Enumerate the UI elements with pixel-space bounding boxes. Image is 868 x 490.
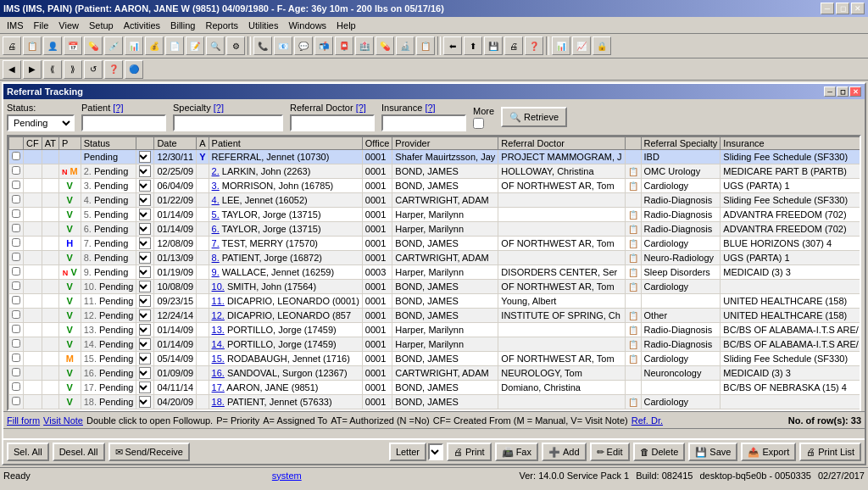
- row-checkbox[interactable]: [12, 325, 20, 333]
- referral-table-container[interactable]: CF AT P Status Date A Patient Office Pro…: [7, 135, 861, 411]
- toolbar-btn-11[interactable]: 🔍: [206, 36, 225, 55]
- row-dd[interactable]: [136, 352, 154, 366]
- desel-all-button[interactable]: Desel. All: [53, 443, 105, 461]
- fax-button[interactable]: 📠 Fax: [495, 443, 538, 461]
- table-row[interactable]: V 3. Pending 06/04/09 3. MORRISON, John …: [9, 179, 862, 193]
- toolbar-btn-25[interactable]: 🖨: [504, 36, 523, 55]
- col-patient[interactable]: Patient: [209, 137, 362, 150]
- toolbar-btn-26[interactable]: ❓: [525, 36, 543, 55]
- toolbar-btn-2[interactable]: 📋: [23, 36, 42, 55]
- row-checkbox[interactable]: [12, 354, 20, 362]
- toolbar-btn-15[interactable]: 💬: [294, 36, 313, 55]
- row-checkbox[interactable]: [12, 397, 20, 405]
- row-dd[interactable]: [136, 208, 154, 222]
- insurance-input[interactable]: All: [381, 114, 466, 131]
- patient-input[interactable]: All: [81, 114, 166, 131]
- col-office[interactable]: Office: [362, 137, 392, 150]
- nav-refresh[interactable]: ↺: [84, 60, 103, 79]
- row-dd[interactable]: [136, 265, 154, 280]
- col-provider[interactable]: Provider: [392, 137, 498, 150]
- restore-button[interactable]: ◻: [836, 3, 849, 14]
- table-row[interactable]: V 11. Pending 09/23/15 11. DICAPRIO, LEO…: [9, 294, 862, 309]
- toolbar-btn-10[interactable]: 📝: [186, 36, 204, 55]
- toolbar-btn-3[interactable]: 👤: [43, 36, 62, 55]
- menu-ims[interactable]: IMS: [2, 19, 29, 32]
- row-checkbox[interactable]: [12, 368, 20, 376]
- col-at[interactable]: AT: [42, 137, 58, 150]
- row-dd[interactable]: [136, 251, 154, 265]
- nav-forward[interactable]: ▶: [23, 60, 42, 79]
- toolbar-btn-5[interactable]: 💊: [84, 36, 103, 55]
- col-insurance[interactable]: Insurance: [721, 137, 861, 150]
- toolbar-btn-19[interactable]: 💊: [376, 36, 394, 55]
- col-a[interactable]: A: [197, 137, 209, 150]
- toolbar-btn-9[interactable]: 📄: [165, 36, 184, 55]
- patient-help-link[interactable]: [?]: [113, 103, 123, 113]
- col-p[interactable]: P: [58, 137, 81, 150]
- col-date[interactable]: Date: [154, 137, 197, 150]
- menu-view[interactable]: View: [53, 19, 84, 32]
- row-dd[interactable]: [136, 280, 154, 294]
- menu-setup[interactable]: Setup: [84, 19, 119, 32]
- row-dd[interactable]: [136, 193, 154, 208]
- table-row[interactable]: V 14. Pending 01/14/09 14. PORTILLO, Jor…: [9, 337, 862, 352]
- rt-restore[interactable]: ◻: [837, 86, 849, 97]
- add-button[interactable]: ➕ Add: [542, 443, 587, 461]
- row-checkbox[interactable]: [12, 382, 20, 391]
- toolbar-btn-29[interactable]: 🔒: [593, 36, 611, 55]
- edit-button[interactable]: ✏ Edit: [590, 443, 630, 461]
- toolbar-btn-12[interactable]: ⚙: [226, 36, 245, 55]
- print-list-button[interactable]: 🖨 Print List: [799, 443, 861, 461]
- sel-all-button[interactable]: Sel. All: [7, 443, 49, 461]
- table-row[interactable]: V 4. Pending 01/22/09 4. LEE, Jennet (16…: [9, 193, 862, 208]
- toolbar-btn-27[interactable]: 📊: [552, 36, 570, 55]
- row-checkbox[interactable]: [12, 195, 20, 203]
- specialty-input[interactable]: All: [173, 114, 283, 131]
- table-row[interactable]: N V 9. Pending 01/19/09 9. WALLACE, Jenn…: [9, 265, 862, 280]
- row-checkbox[interactable]: [12, 181, 20, 189]
- table-row[interactable]: V 10. Pending 10/08/09 10. SMITH, John (…: [9, 280, 862, 294]
- row-dd[interactable]: [136, 164, 154, 179]
- app-status-system[interactable]: system: [54, 471, 520, 481]
- toolbar-btn-16[interactable]: 📬: [314, 36, 333, 55]
- toolbar-btn-21[interactable]: 📋: [416, 36, 435, 55]
- print-button[interactable]: 🖨 Print: [447, 443, 492, 461]
- row-dd[interactable]: [136, 179, 154, 193]
- nav-back[interactable]: ◀: [3, 60, 21, 79]
- menu-activities[interactable]: Activities: [119, 19, 165, 32]
- referral-doctor-input[interactable]: All: [290, 114, 375, 131]
- row-checkbox[interactable]: [12, 253, 20, 261]
- col-status[interactable]: Status: [81, 137, 136, 150]
- delete-button[interactable]: 🗑 Delete: [633, 443, 686, 461]
- toolbar-btn-6[interactable]: 💉: [104, 36, 123, 55]
- menu-reports[interactable]: Reports: [200, 19, 243, 32]
- table-row[interactable]: V 5. Pending 01/14/09 5. TAYLOR, Jorge (…: [9, 208, 862, 222]
- table-row[interactable]: N M 2. Pending 02/25/09 2. LARKIN, John …: [9, 164, 862, 179]
- table-row[interactable]: V 17. Pending 04/11/14 17. AARON, JANE (…: [9, 381, 862, 395]
- row-dd[interactable]: [136, 294, 154, 309]
- toolbar-btn-8[interactable]: 💰: [145, 36, 164, 55]
- table-row[interactable]: V 16. Pending 01/09/09 16. SANDOVAL, Sur…: [9, 366, 862, 381]
- toolbar-btn-22[interactable]: ⬅: [443, 36, 462, 55]
- ref-dr-note[interactable]: Ref. Dr.: [632, 415, 663, 426]
- toolbar-btn-4[interactable]: 📅: [64, 36, 82, 55]
- export-button[interactable]: 📤 Export: [741, 443, 796, 461]
- table-row[interactable]: V 18. Pending 04/20/09 18. PATIENT, Jenn…: [9, 395, 862, 409]
- toolbar-btn-7[interactable]: 📊: [125, 36, 143, 55]
- letter-button[interactable]: Letter: [389, 443, 426, 461]
- row-checkbox[interactable]: [12, 281, 20, 290]
- row-checkbox[interactable]: [12, 238, 20, 247]
- col-referral-doctor[interactable]: Referral Doctor: [498, 137, 625, 150]
- col-cf[interactable]: CF: [24, 137, 42, 150]
- table-row[interactable]: Pending 12/30/11 Y REFERRAL, Jennet (107…: [9, 150, 862, 164]
- status-select[interactable]: Pending All Approved Denied Closed: [7, 114, 75, 131]
- specialty-help-link[interactable]: [?]: [214, 103, 224, 113]
- row-dd[interactable]: [136, 337, 154, 352]
- nav-prev[interactable]: ⟪: [43, 60, 62, 79]
- close-button[interactable]: ✕: [851, 3, 865, 14]
- row-dd[interactable]: [136, 395, 154, 409]
- nav-extra[interactable]: 🔵: [125, 60, 143, 79]
- nav-next[interactable]: ⟫: [64, 60, 82, 79]
- table-row[interactable]: V 13. Pending 01/14/09 13. PORTILLO, Jor…: [9, 323, 862, 337]
- row-checkbox[interactable]: [12, 339, 20, 348]
